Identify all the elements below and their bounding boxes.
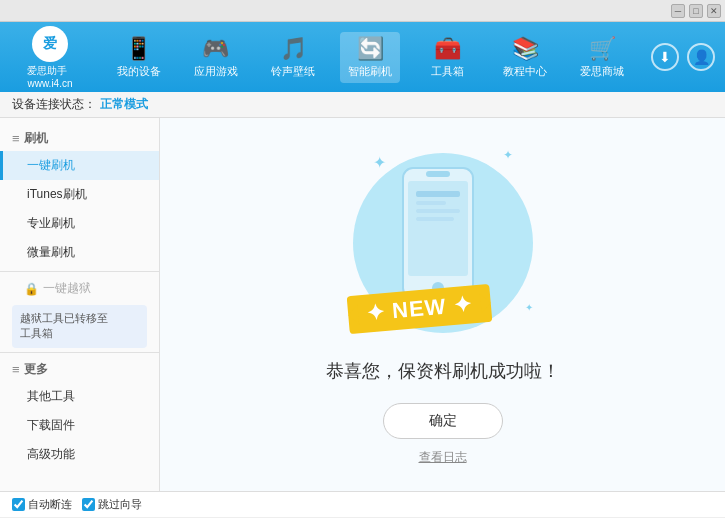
nav-app-game[interactable]: 🎮 应用游戏 — [186, 32, 246, 83]
new-label: ✦ NEW ✦ — [365, 291, 473, 325]
download-button[interactable]: ⬇ — [651, 43, 679, 71]
svg-rect-2 — [416, 191, 460, 197]
nav-right-buttons: ⬇ 👤 — [651, 43, 715, 71]
checkbox-row: 自动断连 跳过向导 — [0, 492, 725, 518]
success-illustration: ✦ ✦ ✦ ✦ NEW ✦ — [343, 143, 543, 343]
auto-disconnect-checkbox[interactable] — [12, 498, 25, 511]
jailbreak-note: 越狱工具已转移至工具箱 — [12, 305, 147, 348]
title-bar: ─ □ ✕ — [0, 0, 725, 22]
list-icon-2: ≡ — [12, 362, 20, 377]
sparkle-3: ✦ — [525, 302, 533, 313]
sidebar-item-advanced[interactable]: 高级功能 — [0, 440, 159, 469]
sidebar-item-pro-flash[interactable]: 专业刷机 — [0, 209, 159, 238]
svg-rect-4 — [416, 209, 460, 213]
nav-smart-flash[interactable]: 🔄 智能刷机 — [340, 32, 400, 83]
sidebar: ≡ 刷机 一键刷机 iTunes刷机 专业刷机 微量刷机 🔒 一键越狱 越狱工具… — [0, 118, 160, 491]
skip-wizard-checkbox[interactable] — [82, 498, 95, 511]
svg-rect-3 — [416, 201, 446, 205]
music-icon: 🎵 — [280, 36, 307, 62]
content-area: ✦ ✦ ✦ ✦ NEW ✦ 恭 — [160, 118, 725, 491]
nav-tutorial[interactable]: 📚 教程中心 — [495, 32, 555, 83]
sidebar-section-jailbreak: 🔒 一键越狱 — [0, 276, 159, 301]
sidebar-item-micro-flash[interactable]: 微量刷机 — [0, 238, 159, 267]
refresh-icon: 🔄 — [357, 36, 384, 62]
minimize-button[interactable]: ─ — [671, 4, 685, 18]
bottom-section: 自动断连 跳过向导 📱 iPhone 12 mini 64GB Down-12m… — [0, 491, 725, 523]
phone-svg — [398, 163, 478, 303]
sidebar-item-download-firmware[interactable]: 下载固件 — [0, 411, 159, 440]
sparkle-1: ✦ — [373, 153, 386, 172]
window-controls: ─ □ ✕ — [671, 4, 721, 18]
close-button[interactable]: ✕ — [707, 4, 721, 18]
sidebar-section-more[interactable]: ≡ 更多 — [0, 357, 159, 382]
auto-disconnect-label[interactable]: 自动断连 — [12, 497, 72, 512]
nav-store[interactable]: 🛒 爱思商城 — [572, 32, 632, 83]
svg-rect-7 — [426, 171, 450, 177]
toolbox-icon: 🧰 — [434, 36, 461, 62]
maximize-button[interactable]: □ — [689, 4, 703, 18]
cart-icon: 🛒 — [589, 36, 616, 62]
sidebar-item-one-key-flash[interactable]: 一键刷机 — [0, 151, 159, 180]
success-message: 恭喜您，保资料刷机成功啦！ — [326, 359, 560, 383]
sidebar-divider-2 — [0, 352, 159, 353]
nav-ringtone[interactable]: 🎵 铃声壁纸 — [263, 32, 323, 83]
phone-icon: 📱 — [125, 36, 152, 62]
svg-rect-5 — [416, 217, 454, 221]
confirm-button[interactable]: 确定 — [383, 403, 503, 439]
logo-icon: 爱 — [32, 26, 68, 62]
device-row: 📱 iPhone 12 mini 64GB Down-12mini-13,1 — [0, 518, 725, 523]
game-icon: 🎮 — [202, 36, 229, 62]
book-icon: 📚 — [512, 36, 539, 62]
nav-bar: 📱 我的设备 🎮 应用游戏 🎵 铃声壁纸 🔄 智能刷机 🧰 工具箱 📚 教程中心… — [100, 32, 641, 83]
nav-toolbox[interactable]: 🧰 工具箱 — [418, 32, 478, 83]
user-button[interactable]: 👤 — [687, 43, 715, 71]
lock-icon: 🔒 — [24, 282, 39, 296]
main-layout: ≡ 刷机 一键刷机 iTunes刷机 专业刷机 微量刷机 🔒 一键越狱 越狱工具… — [0, 118, 725, 491]
skip-wizard-label[interactable]: 跳过向导 — [82, 497, 142, 512]
header: 爱 爱思助手 www.i4.cn 📱 我的设备 🎮 应用游戏 🎵 铃声壁纸 🔄 … — [0, 22, 725, 92]
logo-text: 爱思助手 www.i4.cn — [27, 64, 72, 89]
view-log-link[interactable]: 查看日志 — [419, 449, 467, 466]
sidebar-divider-1 — [0, 271, 159, 272]
sparkle-2: ✦ — [503, 148, 513, 162]
connection-status: 正常模式 — [100, 96, 148, 113]
sidebar-item-other-tools[interactable]: 其他工具 — [0, 382, 159, 411]
status-bar: 设备连接状态： 正常模式 — [0, 92, 725, 118]
sidebar-section-flash[interactable]: ≡ 刷机 — [0, 126, 159, 151]
nav-my-device[interactable]: 📱 我的设备 — [109, 32, 169, 83]
sidebar-item-itunes-flash[interactable]: iTunes刷机 — [0, 180, 159, 209]
list-icon: ≡ — [12, 131, 20, 146]
logo-area: 爱 爱思助手 www.i4.cn — [10, 26, 90, 89]
